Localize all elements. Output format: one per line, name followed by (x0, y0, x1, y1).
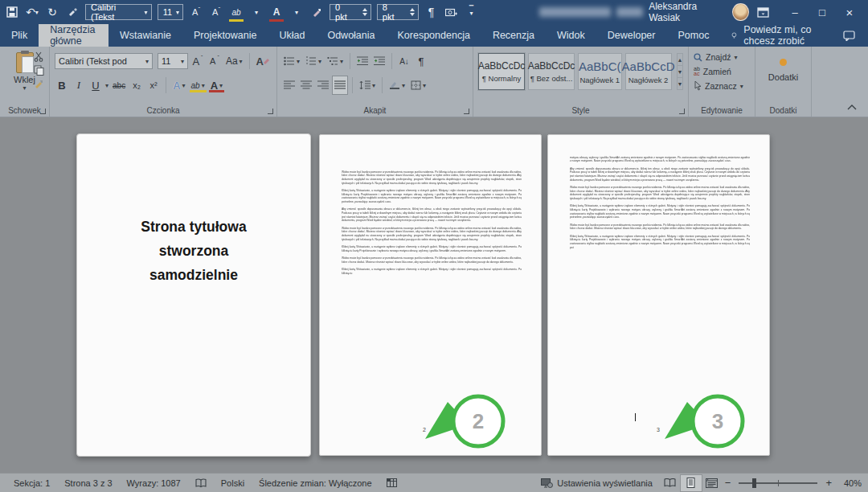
borders-button[interactable]: ▾ (409, 76, 428, 94)
superscript-button[interactable]: x² (146, 76, 161, 94)
user-name[interactable]: Aleksandra Wasiak (649, 1, 726, 23)
subscript-button[interactable]: x₂ (129, 76, 144, 94)
dialog-launcher-icon[interactable] (40, 109, 46, 114)
zoom-percentage[interactable]: 40% (834, 478, 862, 488)
tab-review[interactable]: Recenzja (481, 24, 546, 47)
clear-formatting-button[interactable]: A (255, 52, 272, 70)
maximize-button[interactable]: □ (809, 3, 836, 21)
cut-icon[interactable] (34, 51, 44, 62)
text-highlight-button[interactable]: ab▾ (190, 76, 207, 94)
underline-button[interactable]: U (88, 76, 103, 94)
align-right-button[interactable] (316, 76, 330, 94)
tab-file[interactable]: Plik (0, 24, 39, 47)
addins-button[interactable]: Dodatki (760, 54, 806, 82)
line-spacing-button[interactable]: ▾ (358, 76, 377, 94)
qat-font-size-select[interactable]: 11▾ (158, 4, 183, 20)
dialog-launcher-icon[interactable] (464, 109, 469, 114)
multilevel-list-button[interactable]: ▾ (326, 52, 345, 70)
status-page[interactable]: Strona 3 z 3 (57, 474, 119, 492)
tell-me-box[interactable]: Powiedz mi, co chcesz zrobić (720, 24, 830, 47)
spacing-before-stepper[interactable]: 0 pkt (330, 4, 371, 20)
collapse-ribbon-icon[interactable] (847, 105, 857, 110)
print-layout-button[interactable] (681, 475, 702, 491)
style-heading2[interactable]: AaBbCcD Nagłówek 2 (625, 53, 672, 90)
shrink-font-button[interactable]: Aˇ (209, 3, 223, 21)
style-heading1[interactable]: AaBbC( Nagłówek 1 (578, 53, 622, 90)
status-language[interactable]: Polski (214, 474, 252, 492)
tab-developer[interactable]: Deweloper (596, 24, 667, 47)
grow-font-button[interactable]: Aˆ (189, 3, 203, 21)
grow-font-button[interactable]: Aˆ (190, 52, 205, 70)
display-settings-button[interactable]: Ustawienia wyświetlania (534, 478, 660, 488)
text-highlight-button[interactable]: ab (229, 3, 244, 21)
avatar[interactable] (732, 3, 749, 21)
screenshot-icon[interactable] (444, 3, 459, 21)
font-name-select[interactable]: Calibri (Tekst pod▾ (55, 53, 153, 69)
underline-dropdown[interactable]: ▾ (105, 82, 108, 89)
tab-references[interactable]: Odwołania (316, 24, 386, 47)
spacing-after-stepper[interactable]: 8 pkt (377, 4, 419, 20)
font-color-button[interactable]: A (269, 3, 284, 21)
format-painter-icon[interactable] (309, 3, 324, 21)
shading-button[interactable]: ▾ (387, 76, 407, 94)
status-section[interactable]: Sekcja: 1 (6, 474, 57, 492)
bold-button[interactable]: B (55, 76, 69, 94)
font-size-select[interactable]: 11▾ (158, 53, 188, 69)
dialog-launcher-icon[interactable] (679, 109, 685, 114)
read-mode-button[interactable] (660, 475, 681, 491)
zoom-out-button[interactable]: − (723, 477, 734, 489)
sort-button[interactable]: A↓ (397, 52, 411, 70)
zoom-in-button[interactable]: + (823, 477, 834, 489)
align-left-button[interactable] (282, 76, 297, 94)
format-painter-icon[interactable] (65, 3, 80, 21)
font-color-button[interactable]: A▾ (209, 76, 224, 94)
ribbon-display-options-icon[interactable] (755, 3, 770, 21)
numbering-button[interactable]: ▾ (304, 52, 323, 70)
tab-design[interactable]: Projektowanie (182, 24, 268, 47)
customize-qat-dropdown[interactable]: ▔▾ (465, 3, 479, 21)
styles-scroll-down-icon[interactable]: ▼ (678, 66, 683, 78)
document-canvas[interactable]: Strona tytułowa stworzona samodzielnie W… (0, 117, 868, 473)
tab-mailings[interactable]: Korespondencja (387, 24, 481, 47)
macro-record-icon[interactable] (379, 474, 404, 492)
align-center-button[interactable] (299, 76, 313, 94)
comments-icon[interactable] (830, 24, 868, 47)
increase-indent-button[interactable] (372, 52, 387, 70)
tab-layout[interactable]: Układ (268, 24, 316, 47)
web-layout-button[interactable] (702, 475, 723, 491)
change-case-button[interactable]: Aa▾ (224, 52, 244, 70)
tab-help[interactable]: Pomoc (667, 24, 721, 47)
text-highlight-dropdown[interactable]: ▾ (249, 3, 264, 21)
italic-button[interactable]: I (72, 76, 86, 94)
qat-font-name-select[interactable]: Calibri (Tekst▾ (85, 4, 152, 20)
proofing-icon[interactable] (188, 474, 214, 492)
tab-insert[interactable]: Wstawianie (108, 24, 182, 47)
style-no-spacing[interactable]: AaBbCcDc ¶ Bez odst... (528, 53, 575, 90)
save-icon[interactable] (5, 3, 19, 21)
text-effects-button[interactable]: A▾ (171, 76, 186, 94)
bullets-button[interactable]: ▾ (282, 52, 301, 70)
shrink-font-button[interactable]: Aˇ (207, 52, 222, 70)
dialog-launcher-icon[interactable] (268, 109, 273, 114)
copy-icon[interactable] (34, 65, 44, 76)
format-painter-icon[interactable] (34, 79, 44, 89)
find-button[interactable]: Znajdź▾ (694, 50, 750, 64)
zoom-slider-thumb[interactable] (752, 478, 756, 488)
status-track-changes[interactable]: Śledzenie zmian: Wyłączone (252, 474, 379, 492)
select-button[interactable]: Zaznacz▾ (694, 79, 750, 93)
status-word-count[interactable]: Wyrazy: 1087 (120, 474, 188, 492)
page-1[interactable]: Strona tytułowa stworzona samodzielnie (76, 133, 311, 457)
show-formatting-marks-button[interactable]: ¶ (424, 3, 439, 21)
tab-home[interactable]: Narzędzia główne (39, 24, 108, 47)
show-formatting-marks-button[interactable]: ¶ (414, 52, 428, 70)
font-color-dropdown[interactable]: ▾ (289, 3, 304, 21)
styles-gallery-more-icon[interactable]: ▼ (678, 78, 683, 89)
zoom-slider[interactable] (739, 482, 817, 484)
styles-scroll-up-icon[interactable]: ▲ (678, 54, 683, 66)
redo-button[interactable]: ↻ (45, 3, 59, 21)
undo-button[interactable]: ↶▾ (25, 3, 39, 21)
minimize-button[interactable]: – (781, 3, 809, 21)
tab-view[interactable]: Widok (546, 24, 596, 47)
strikethrough-button[interactable]: abc (111, 76, 127, 94)
replace-button[interactable]: abac Zamień (694, 64, 750, 79)
